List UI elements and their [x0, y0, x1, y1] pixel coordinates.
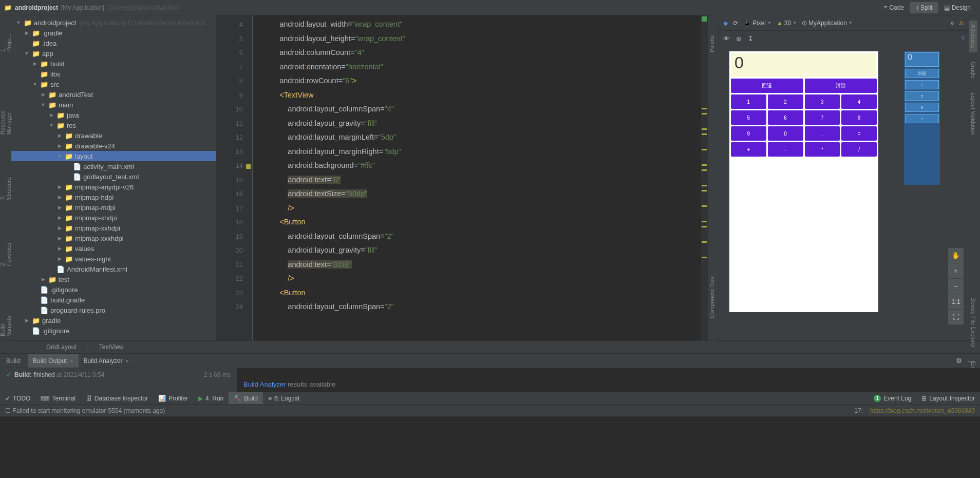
tree-arrow-icon[interactable]: ▶	[56, 195, 63, 200]
line-number[interactable]: 12	[217, 130, 243, 145]
zoom-in-button[interactable]: +	[948, 263, 964, 279]
code-line[interactable]: <Button	[263, 286, 701, 300]
tree-arrow-icon[interactable]: ▶	[56, 205, 63, 210]
error-stripe[interactable]	[701, 15, 707, 340]
tree-arrow-icon[interactable]: ▼	[15, 20, 22, 25]
tree-row[interactable]: ▶📁mipmap-xxhdpi	[11, 223, 216, 233]
stripe-mark[interactable]	[702, 257, 707, 258]
blueprint-preview[interactable]: 0 回退 1 5 9 +	[904, 51, 940, 185]
stripe-mark[interactable]	[702, 113, 707, 114]
tree-row[interactable]: ▶📁drawable	[11, 130, 216, 141]
tree-arrow-icon[interactable]: ▶	[48, 112, 54, 118]
build-output-tab[interactable]: Build Output×	[28, 354, 78, 368]
layout-inspector-button[interactable]: ⊞Layout Inspector	[916, 395, 980, 402]
tree-row[interactable]: 📄gridlayout_test.xml	[11, 171, 216, 182]
code-line[interactable]: android:layout_gravity="fill"	[263, 243, 701, 258]
view-code-button[interactable]: ≡Code	[879, 2, 910, 13]
event-log-button[interactable]: 1Event Log	[869, 395, 916, 402]
tool-device-explorer[interactable]: Device File Explorer	[969, 293, 977, 352]
calc-button[interactable]: 7	[805, 110, 840, 125]
view-design-button[interactable]: ▤Design	[939, 2, 976, 13]
tool-gradle[interactable]: Gradle	[969, 58, 977, 83]
stripe-mark[interactable]	[702, 169, 707, 171]
tree-row[interactable]: 📁.idea	[11, 38, 216, 48]
line-number[interactable]: 7	[217, 60, 243, 74]
stripe-mark[interactable]	[702, 149, 707, 150]
build-analyzer-link[interactable]: Build Analyzer	[243, 380, 286, 388]
minimize-icon[interactable]: —	[968, 357, 975, 365]
tree-arrow-icon[interactable]: ▶	[56, 246, 63, 251]
tool-structure[interactable]: 7: Structure	[0, 169, 13, 204]
line-number[interactable]: 20	[217, 243, 243, 258]
calc-button[interactable]: .	[805, 126, 840, 141]
tree-arrow-icon[interactable]: ▶	[40, 277, 46, 282]
line-number[interactable]: 6	[217, 46, 243, 60]
gutter[interactable]: 456789101112131415161718192021222324	[217, 15, 253, 340]
stripe-mark[interactable]	[702, 241, 707, 243]
tool-project[interactable]: 1: Proje...	[0, 26, 13, 56]
settings-icon[interactable]: ⚙	[956, 357, 962, 365]
phone-preview[interactable]: 0 回退清除1234567890.=+-*/	[729, 51, 878, 312]
breadcrumb-textview[interactable]: TextView	[99, 343, 124, 351]
tree-row[interactable]: ▶📁mipmap-hdpi	[11, 192, 216, 202]
calc-button[interactable]: 8	[841, 110, 877, 125]
line-number[interactable]: 19	[217, 230, 243, 244]
tree-arrow-icon[interactable]: ▶	[56, 225, 63, 231]
tree-row[interactable]: 📁libs	[11, 69, 216, 79]
tree-row[interactable]: ▶📁.gradle	[11, 28, 216, 38]
breadcrumb-gridlayout[interactable]: GridLayout	[46, 343, 77, 351]
stripe-mark[interactable]	[702, 108, 707, 109]
line-number[interactable]: 23	[217, 286, 243, 300]
zoom-frame-button[interactable]: ⛶	[948, 310, 964, 325]
build-output[interactable]: Build Analyzer results available	[237, 368, 980, 392]
stripe-mark[interactable]	[702, 221, 707, 222]
tool-layout-validation[interactable]: Layout Validation	[969, 88, 977, 140]
code-line[interactable]: android:layout_marginLeft="5dp"	[263, 130, 701, 145]
tree-row[interactable]: ▶📁mipmap-xxxhdpi	[11, 233, 216, 243]
code-line[interactable]: android:text="回退"	[263, 258, 701, 272]
calc-button[interactable]: +	[731, 142, 766, 157]
help-icon[interactable]: ?	[961, 35, 965, 43]
calc-button[interactable]: 2	[768, 94, 803, 109]
tree-arrow-icon[interactable]: ▼	[56, 154, 63, 159]
tree-row[interactable]: ▶📁values-night	[11, 254, 216, 264]
calc-button[interactable]: -	[768, 142, 803, 157]
code-line[interactable]: android:layout_columnSpan="2"	[263, 300, 701, 314]
stripe-mark[interactable]	[702, 205, 707, 207]
tree-arrow-icon[interactable]: ▶	[56, 256, 63, 261]
line-number[interactable]: 5	[217, 32, 243, 46]
code-line[interactable]: android:orientation="horizontal"	[263, 60, 701, 74]
zoom-fit-button[interactable]: 1:1	[948, 294, 964, 310]
code-line[interactable]: android:columnCount="4"	[263, 46, 701, 60]
build-analyzer-tab[interactable]: Build Analyzer×	[79, 354, 134, 368]
code-line[interactable]: android:textSize="50dp"	[263, 187, 701, 201]
tree-row[interactable]: ▶📁test	[11, 274, 216, 284]
code-line[interactable]: <Button	[263, 215, 701, 230]
close-icon[interactable]: ×	[70, 358, 73, 364]
line-number[interactable]: 4	[217, 17, 243, 32]
run-button[interactable]: ▶4: Run	[193, 392, 229, 404]
code-line[interactable]: android:layout_marginRight="5dp"	[263, 145, 701, 159]
profiler-button[interactable]: 📊Profiler	[153, 392, 193, 404]
tree-row[interactable]: ▼📁androidproject[My Application] D:\deve…	[11, 17, 216, 28]
tree-arrow-icon[interactable]: ▶	[56, 215, 63, 220]
stripe-mark[interactable]	[702, 190, 707, 192]
code-line[interactable]: android:background="#ffc"	[263, 159, 701, 173]
stripe-mark[interactable]	[702, 185, 707, 186]
surface-icon[interactable]: ◆	[723, 20, 728, 27]
terminal-button[interactable]: ⌨Terminal	[35, 392, 80, 404]
line-number[interactable]: 8	[217, 74, 243, 88]
line-number[interactable]: 16	[217, 187, 243, 201]
tree-arrow-icon[interactable]: ▶	[56, 143, 63, 148]
calc-button[interactable]: 5	[731, 110, 766, 125]
design-canvas[interactable]: 0 回退清除1234567890.=+-*/ 0 回退 1 5 9 + ✋ + …	[719, 46, 969, 340]
tree-row[interactable]: 📄.gitignore	[11, 326, 216, 336]
calc-button[interactable]: *	[805, 142, 840, 157]
theme-dropdown[interactable]: ⊙MyApplication▼	[802, 20, 853, 27]
stripe-mark[interactable]	[702, 128, 707, 130]
warning-icon[interactable]: ⚠	[959, 20, 965, 27]
api-dropdown[interactable]: ▲30▼	[777, 20, 797, 27]
tree-row[interactable]: ▼📁layout	[11, 151, 216, 161]
tree-arrow-icon[interactable]: ▶	[56, 133, 63, 138]
tool-resource-manager[interactable]: Resource Manager	[0, 87, 13, 139]
